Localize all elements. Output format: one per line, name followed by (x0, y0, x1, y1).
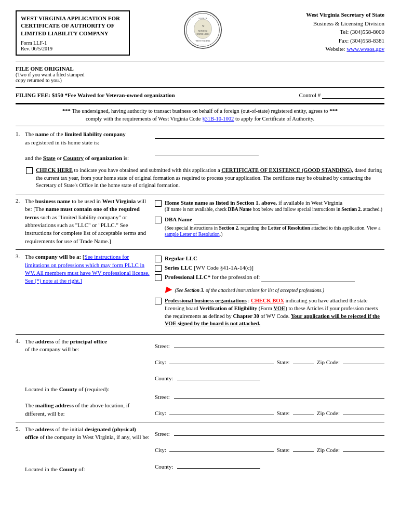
disclaimer-text: The undersigned, having authority to tra… (72, 108, 329, 114)
section-3-num: 3. (16, 253, 25, 330)
profession-field[interactable] (261, 274, 355, 282)
series-llc-checkbox[interactable] (155, 265, 162, 272)
section-2-left: The business name to be used in West Vir… (25, 197, 155, 245)
country-org-field[interactable] (155, 147, 259, 155)
prof-biz-checkbox[interactable] (155, 298, 162, 304)
section-2: 2. The business name to be used in West … (16, 197, 384, 245)
disclaimer-divider (16, 126, 384, 126)
company-name-field[interactable] (155, 130, 384, 139)
section-1-left: The name of the limited liability compan… (25, 130, 155, 163)
section-4-num: 4. (16, 338, 25, 418)
filing-fee-text: FILING FEE: $150 *Fee Waived for Veteran… (16, 92, 299, 98)
file-original-title: FILE ONE ORIGINAL (16, 65, 384, 72)
wv-code-link[interactable]: §31B-10-1002 (202, 116, 234, 122)
street-field-1[interactable] (174, 340, 384, 348)
prof-biz-org-row: Professional business organizations : CH… (155, 297, 384, 328)
form-number: Form LLF-1 Rev. 06/5/2019 (21, 40, 125, 51)
mailing-state-field[interactable] (293, 407, 314, 415)
county-field-1[interactable] (177, 372, 260, 380)
svg-text:WEST VIRGINIA: WEST VIRGINIA (195, 40, 210, 42)
org-website: Website: www.wvsos.gov (275, 45, 384, 54)
home-state-checkbox[interactable] (155, 200, 162, 207)
filing-divider-thick (16, 103, 384, 104)
section2-divider (16, 194, 384, 194)
city-state-zip-row-5: City: State: Zip Code: (155, 444, 384, 455)
org-division: Business & Licensing Division (275, 19, 384, 28)
section-5-left: The address of the initial designated (p… (25, 425, 155, 473)
section-1: 1. The name of the limited liability com… (16, 130, 384, 163)
street-row-1: Street: (155, 340, 384, 351)
header-divider (16, 61, 384, 61)
city-field-1[interactable] (169, 356, 274, 364)
file-original-section: FILE ONE ORIGINAL (Two if you want a fil… (16, 65, 384, 83)
state-field-1[interactable] (293, 356, 314, 364)
county-row-1: County: (155, 372, 384, 383)
checkbox-here-row: CHECK HERE to indicate you have obtained… (26, 167, 384, 190)
mailing-zip-field[interactable] (343, 407, 384, 415)
form-title: WEST VIRGINIA APPLICATION FOR CERTIFICAT… (21, 15, 125, 37)
section-1-right (155, 130, 384, 163)
section-3: 3. The company will be a: [See instructi… (16, 253, 384, 330)
section-4: 4. The address of the principal officeof… (16, 338, 384, 418)
page-header: WEST VIRGINIA APPLICATION FOR CERTIFICAT… (16, 10, 384, 56)
regular-llc-row: Regular LLC (155, 255, 384, 262)
section-3-right: Regular LLC Series LLC [WV Code §41-1A-1… (155, 253, 384, 330)
mailing-street-field[interactable] (174, 391, 384, 399)
street-field-5[interactable] (174, 428, 384, 436)
state-seal-icon: STATE OF WEST VIRGINIA ⚒ MONTANI SEMPER … (183, 10, 222, 49)
dba-row: DBA Name (See special instructions in Se… (155, 216, 384, 237)
home-state-row: Home State name as listed in Section 1. … (155, 200, 384, 212)
regular-llc-checkbox[interactable] (155, 256, 162, 262)
control-number-field[interactable] (322, 92, 384, 99)
header-right-info: West Virginia Secretary of State Busines… (275, 10, 384, 54)
file-original-sub1: (Two if you want a filed stamped (16, 72, 384, 77)
prof-biz-text: Professional business organizations : CH… (165, 297, 384, 328)
filing-divider-top (16, 87, 384, 88)
zip-field-1[interactable] (343, 356, 384, 364)
svg-text:SEMPER LIBERI: SEMPER LIBERI (196, 33, 209, 35)
org-title: West Virginia Secretary of State (275, 10, 384, 19)
section5-divider (16, 422, 384, 422)
mailing-city-field[interactable] (169, 407, 274, 415)
regular-llc-label: Regular LLC (165, 255, 197, 261)
prof-note: ▶ (See Section 3. of the attached instru… (165, 284, 384, 294)
filing-fee-row: FILING FEE: $150 *Fee Waived for Veteran… (16, 92, 384, 99)
section-2-num: 2. (16, 197, 25, 245)
section-5-num: 5. (16, 425, 25, 473)
mailing-street-row: Street: (155, 391, 384, 402)
mailing-city-state-zip-row: City: State: Zip Code: (155, 407, 384, 418)
section-5-right: Street: City: State: Zip Code: County: (155, 425, 384, 473)
org-tel: Tel: (304)558-8000 (275, 28, 384, 36)
series-llc-row: Series LLC [WV Code §41-1A-14(c)] (155, 264, 384, 272)
county-field-5[interactable] (177, 460, 260, 469)
svg-text:MONTANI: MONTANI (198, 30, 207, 32)
city-state-zip-row-1: City: State: Zip Code: (155, 356, 384, 367)
sample-letter-link[interactable]: sample Letter of Resolution (165, 232, 220, 237)
city-field-5[interactable] (169, 444, 274, 452)
section-4-left: The address of the principal officeof th… (25, 338, 155, 418)
svg-point-4 (194, 19, 211, 39)
section4-divider (16, 334, 384, 335)
street-row-5: Street: (155, 428, 384, 438)
section-3-left: The company will be a: [See instructions… (25, 253, 155, 330)
header-left-box: WEST VIRGINIA APPLICATION FOR CERTIFICAT… (16, 10, 130, 56)
file-original-sub2: copy returned to you.) (16, 77, 384, 83)
disclaimer-section: *** The undersigned, having authority to… (16, 108, 384, 123)
section-1-num: 1. (16, 130, 25, 163)
dba-checkbox[interactable] (155, 217, 162, 223)
section-4-right: Street: City: State: Zip Code: County: S… (155, 338, 384, 418)
control-number-label: Control # (299, 92, 384, 99)
professional-llc-checkbox[interactable] (155, 274, 162, 281)
red-arrow-icon: ▶ (165, 285, 171, 294)
dba-name-field[interactable] (194, 216, 318, 224)
svg-text:· · · · · · · · · · · ·: · · · · · · · · · · · · (198, 43, 207, 45)
check-here-text: CHECK HERE to indicate you have obtained… (36, 167, 384, 190)
section3-divider (16, 249, 384, 250)
county-row-5: County: (155, 460, 384, 471)
website-link[interactable]: www.wvsos.gov (346, 46, 384, 52)
zip-field-5[interactable] (343, 444, 384, 452)
section-2-right: Home State name as listed in Section 1. … (155, 197, 384, 245)
org-fax: Fax: (304)558-8381 (275, 36, 384, 45)
certificate-checkbox[interactable] (26, 167, 33, 174)
state-field-5[interactable] (293, 444, 314, 452)
